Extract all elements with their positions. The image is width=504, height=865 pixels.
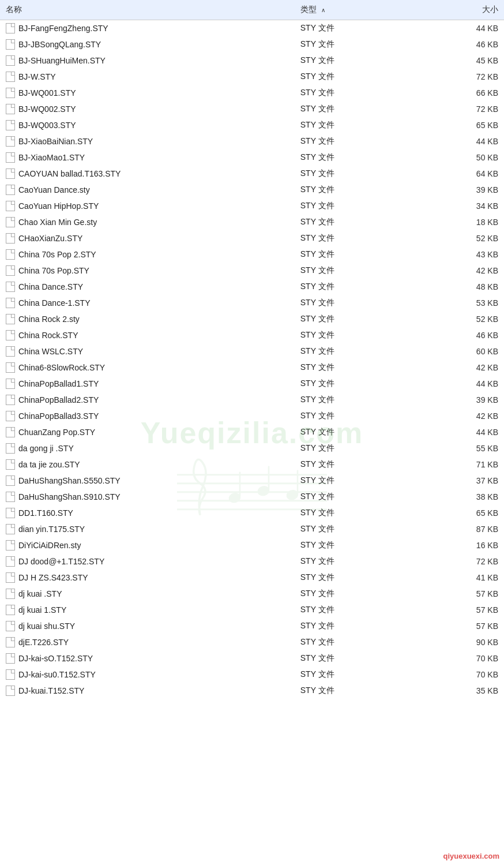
table-row[interactable]: ChinaPopBallad3.STYSTY 文件42 KB <box>0 408 504 424</box>
table-row[interactable]: BJ-XiaoMao1.STYSTY 文件50 KB <box>0 149 504 166</box>
table-row[interactable]: BJ-W.STYSTY 文件72 KB <box>0 69 504 85</box>
table-row[interactable]: China Rock.STYSTY 文件46 KB <box>0 327 504 343</box>
col-type-header[interactable]: 类型 ∧ <box>295 0 426 20</box>
file-type-cell: STY 文件 <box>295 489 426 505</box>
table-row[interactable]: djE.T226.STYSTY 文件90 KB <box>0 634 504 650</box>
file-icon <box>6 201 15 211</box>
file-type-cell: STY 文件 <box>295 586 426 602</box>
file-icon <box>6 621 15 631</box>
file-size-cell: 52 KB <box>426 311 504 327</box>
table-row[interactable]: BJ-FangFengZheng.STYSTY 文件44 KB <box>0 20 504 37</box>
table-row[interactable]: CAOYUAN ballad.T163.STYSTY 文件64 KB <box>0 166 504 182</box>
table-row[interactable]: China Rock 2.stySTY 文件52 KB <box>0 311 504 327</box>
file-name-cell: DiYiCiAiDRen.sty <box>0 537 295 553</box>
table-row[interactable]: CaoYuan HipHop.STYSTY 文件34 KB <box>0 198 504 214</box>
file-name: China Dance-1.STY <box>18 298 91 308</box>
table-row[interactable]: BJ-WQ002.STYSTY 文件72 KB <box>0 101 504 117</box>
file-icon <box>6 152 15 163</box>
table-row[interactable]: DD1.T160.STYSTY 文件65 KB <box>0 505 504 521</box>
file-type-cell: STY 文件 <box>295 263 426 279</box>
file-icon <box>6 314 15 324</box>
table-row[interactable]: da gong ji .STYSTY 文件55 KB <box>0 440 504 456</box>
file-name-cell: dian yin.T175.STY <box>0 521 295 537</box>
table-row[interactable]: China6-8SlowRock.STYSTY 文件42 KB <box>0 360 504 376</box>
col-size-header[interactable]: 大小 <box>426 0 504 20</box>
table-row[interactable]: BJ-WQ003.STYSTY 文件65 KB <box>0 117 504 133</box>
table-row[interactable]: DaHuShangShan.S910.STYSTY 文件38 KB <box>0 489 504 505</box>
file-icon <box>6 72 15 82</box>
table-row[interactable]: CaoYuan Dance.stySTY 文件39 KB <box>0 182 504 198</box>
file-name: China Dance.STY <box>18 282 83 291</box>
file-name: ChinaPopBallad1.STY <box>18 379 99 388</box>
table-row[interactable]: dj kuai 1.STYSTY 文件57 KB <box>0 602 504 618</box>
file-name-cell: China Rock.STY <box>0 327 295 343</box>
table-row[interactable]: dian yin.T175.STYSTY 文件87 KB <box>0 521 504 537</box>
table-row[interactable]: China 70s Pop.STYSTY 文件42 KB <box>0 263 504 279</box>
file-size-cell: 70 KB <box>426 666 504 683</box>
file-name-cell: BJ-XiaoBaiNian.STY <box>0 133 295 149</box>
file-icon <box>6 168 15 179</box>
file-name-cell: CaoYuan Dance.sty <box>0 182 295 198</box>
file-type-cell: STY 文件 <box>295 101 426 117</box>
file-name-cell: BJ-WQ001.STY <box>0 85 295 101</box>
file-size-cell: 60 KB <box>426 343 504 360</box>
table-row[interactable]: DJ-kai-sO.T152.STYSTY 文件70 KB <box>0 650 504 666</box>
table-row[interactable]: BJ-WQ001.STYSTY 文件66 KB <box>0 85 504 101</box>
table-row[interactable]: China WSLC.STYSTY 文件60 KB <box>0 343 504 360</box>
table-row[interactable]: DJ dood@+1.T152.STYSTY 文件72 KB <box>0 553 504 570</box>
file-type-cell: STY 文件 <box>295 198 426 214</box>
table-row[interactable]: dj kuai shu.STYSTY 文件57 KB <box>0 618 504 634</box>
file-type-cell: STY 文件 <box>295 36 426 53</box>
file-name-cell: China 70s Pop 2.STY <box>0 246 295 263</box>
table-row[interactable]: DJ-kuai.T152.STYSTY 文件35 KB <box>0 683 504 699</box>
table-row[interactable]: China Dance-1.STYSTY 文件53 KB <box>0 295 504 311</box>
file-name-cell: dj kuai 1.STY <box>0 602 295 618</box>
table-row[interactable]: ChinaPopBallad1.STYSTY 文件44 KB <box>0 376 504 392</box>
table-row[interactable]: ChinaPopBallad2.STYSTY 文件39 KB <box>0 392 504 408</box>
table-row[interactable]: BJ-JBSongQLang.STYSTY 文件46 KB <box>0 36 504 53</box>
table-row[interactable]: DiYiCiAiDRen.stySTY 文件16 KB <box>0 537 504 553</box>
file-icon <box>6 637 15 647</box>
table-row[interactable]: China Dance.STYSTY 文件48 KB <box>0 279 504 295</box>
file-size-cell: 43 KB <box>426 246 504 263</box>
file-icon <box>6 686 15 696</box>
col-name-header[interactable]: 名称 <box>0 0 295 20</box>
table-row[interactable]: ChuanZang Pop.STYSTY 文件44 KB <box>0 424 504 440</box>
file-size-cell: 39 KB <box>426 392 504 408</box>
table-row[interactable]: China 70s Pop 2.STYSTY 文件43 KB <box>0 246 504 263</box>
file-name-cell: da gong ji .STY <box>0 440 295 456</box>
file-name-cell: CHaoXianZu.STY <box>0 230 295 246</box>
table-row[interactable]: DJ-kai-su0.T152.STYSTY 文件70 KB <box>0 666 504 683</box>
table-row[interactable]: BJ-XiaoBaiNian.STYSTY 文件44 KB <box>0 133 504 149</box>
file-icon <box>6 104 15 114</box>
file-name-cell: China Dance.STY <box>0 279 295 295</box>
file-type-cell: STY 文件 <box>295 295 426 311</box>
file-name-cell: DaHuShangShan.S910.STY <box>0 489 295 505</box>
file-name: DaHuShangShan.S910.STY <box>18 492 121 501</box>
file-size-cell: 57 KB <box>426 586 504 602</box>
table-header: 名称 类型 ∧ 大小 <box>0 0 504 20</box>
table-row[interactable]: BJ-SHuangHuiMen.STYSTY 文件45 KB <box>0 53 504 69</box>
file-size-cell: 44 KB <box>426 133 504 149</box>
file-name-cell: China WSLC.STY <box>0 343 295 360</box>
file-name: dj kuai shu.STY <box>18 621 75 631</box>
file-name: dj kuai .STY <box>18 589 62 598</box>
file-icon <box>6 556 15 567</box>
file-size-cell: 65 KB <box>426 117 504 133</box>
file-size-cell: 37 KB <box>426 473 504 489</box>
file-type-cell: STY 文件 <box>295 683 426 699</box>
file-type-cell: STY 文件 <box>295 440 426 456</box>
table-row[interactable]: Chao Xian Min Ge.stySTY 文件18 KB <box>0 214 504 230</box>
file-name: BJ-SHuangHuiMen.STY <box>18 56 106 65</box>
file-name: China 70s Pop 2.STY <box>18 250 96 259</box>
table-row[interactable]: dj kuai .STYSTY 文件57 KB <box>0 586 504 602</box>
file-type-cell: STY 文件 <box>295 473 426 489</box>
table-row[interactable]: CHaoXianZu.STYSTY 文件52 KB <box>0 230 504 246</box>
file-list-table: 名称 类型 ∧ 大小 BJ-FangFengZheng.STYSTY 文件44 … <box>0 0 504 699</box>
table-row[interactable]: DaHuShangShan.S550.STYSTY 文件37 KB <box>0 473 504 489</box>
table-row[interactable]: da ta jie zou.STYSTY 文件71 KB <box>0 456 504 473</box>
table-row[interactable]: DJ H ZS.S423.STYSTY 文件41 KB <box>0 570 504 586</box>
file-name: Chao Xian Min Ge.sty <box>18 218 97 227</box>
file-name: DJ dood@+1.T152.STY <box>18 557 104 566</box>
file-size-cell: 44 KB <box>426 424 504 440</box>
